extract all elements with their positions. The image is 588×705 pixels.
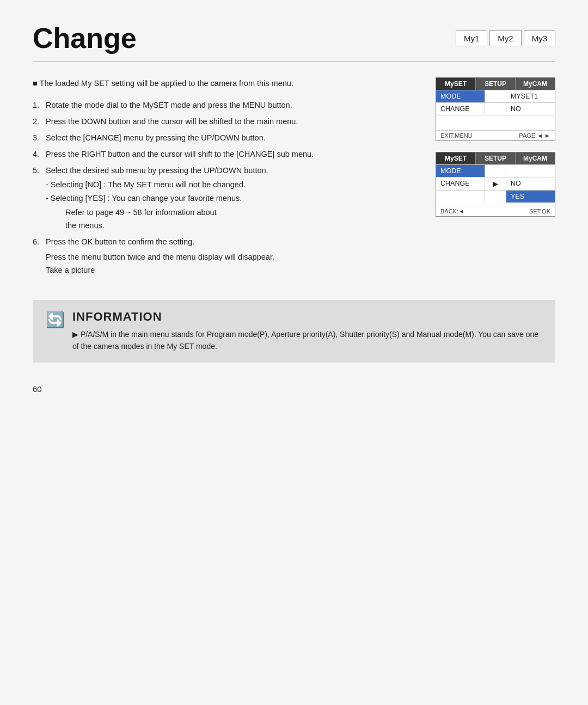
panel2-empty-label bbox=[436, 191, 485, 203]
panel1-mode-label: MODE bbox=[436, 90, 485, 102]
step-5-text: Select the desired sub menu by pressing … bbox=[46, 164, 268, 177]
panel2-row-3: YES bbox=[436, 190, 555, 203]
info-content: INFORMATION P/A/S/M in the main menu sta… bbox=[72, 310, 542, 353]
panel2-change-label: CHANGE bbox=[436, 177, 485, 190]
panel2-footer: BACK:◄ SET:OK bbox=[436, 206, 555, 216]
info-text: P/A/S/M in the main menu stands for Prog… bbox=[72, 328, 542, 353]
step-4-number: 4. bbox=[33, 148, 42, 161]
step-5-note-2: the menus. bbox=[65, 221, 105, 230]
step-6-extra: Press the menu button twice and the menu… bbox=[33, 251, 414, 277]
page-header: Change My1My2My3 bbox=[33, 22, 555, 62]
panel2-mode-arrow bbox=[485, 165, 506, 177]
step-6-text: Press the OK button to confirm the setti… bbox=[46, 236, 194, 249]
step-1: 1. Rotate the mode dial to the MySET mod… bbox=[33, 99, 414, 112]
panel2-empty-arrow bbox=[485, 191, 506, 203]
panel2-change-no: NO bbox=[506, 177, 555, 190]
step-6: 6. Press the OK button to confirm the se… bbox=[33, 236, 414, 277]
step-1-number: 1. bbox=[33, 99, 42, 112]
menu-panel-1-header: MySET SETUP MyCAM bbox=[436, 78, 555, 90]
step-5: 5. Select the desired sub menu by pressi… bbox=[33, 164, 414, 233]
panel2-mode-label: MODE bbox=[436, 165, 485, 177]
panel2-header-myset: MySET bbox=[436, 152, 476, 164]
step-5-sublist: - Selecting [NO] : The My SET menu will … bbox=[33, 179, 414, 206]
step-6-number: 6. bbox=[33, 236, 42, 249]
panel1-footer-left: EXIT:MENU bbox=[440, 132, 473, 139]
panel2-footer-right: SET:OK bbox=[529, 208, 550, 214]
step-4: 4. Press the RIGHT button and the cursor… bbox=[33, 148, 414, 161]
step-3-number: 3. bbox=[33, 132, 42, 145]
info-paragraph: P/A/S/M in the main menu stands for Prog… bbox=[72, 328, 542, 353]
intro-line: ■ The loaded My SET setting will be appl… bbox=[33, 77, 414, 90]
content-area: ■ The loaded My SET setting will be appl… bbox=[33, 77, 555, 280]
step-5-note-1: Refer to page 49 ~ 58 for information ab… bbox=[65, 208, 217, 217]
tab-my3[interactable]: My3 bbox=[524, 30, 555, 46]
panel1-header-myset: MySET bbox=[436, 78, 476, 90]
panel2-header-setup: SETUP bbox=[476, 152, 516, 164]
step-5-sub-2: - Selecting [YES] : You can change your … bbox=[46, 192, 414, 205]
info-title: INFORMATION bbox=[72, 310, 542, 324]
panel1-mode-value: MYSET1 bbox=[506, 90, 555, 102]
panel2-footer-left: BACK:◄ bbox=[440, 208, 464, 214]
step-3-text: Select the [CHANGE] menu by pressing the… bbox=[46, 132, 266, 145]
panel1-change-label: CHANGE bbox=[436, 103, 485, 115]
panel1-spacer-2 bbox=[436, 122, 555, 130]
page-number: 60 bbox=[33, 384, 555, 394]
info-box: 🔄 INFORMATION P/A/S/M in the main menu s… bbox=[33, 300, 555, 363]
panel2-header-mycam: MyCAM bbox=[516, 152, 555, 164]
panel1-footer-right: PAGE:◄ ► bbox=[519, 132, 550, 139]
page-title: Change bbox=[33, 22, 137, 54]
panel1-change-arrow bbox=[485, 103, 506, 115]
menu-panel-1: MySET SETUP MyCAM MODE MYSET1 CHANGE NO … bbox=[436, 77, 555, 141]
step-1-text: Rotate the mode dial to the MySET mode a… bbox=[46, 99, 292, 112]
panel2-yes-value: YES bbox=[506, 191, 555, 203]
main-text: ■ The loaded My SET setting will be appl… bbox=[33, 77, 414, 280]
panel1-header-setup: SETUP bbox=[476, 78, 516, 90]
steps-list: 1. Rotate the mode dial to the MySET mod… bbox=[33, 99, 414, 277]
panel1-row-2: CHANGE NO bbox=[436, 102, 555, 115]
info-icon: 🔄 bbox=[46, 311, 65, 329]
step-3: 3. Select the [CHANGE] menu by pressing … bbox=[33, 132, 414, 145]
step-6-extra-1: Press the menu button twice and the menu… bbox=[46, 251, 414, 264]
panel2-change-arrow: ▶ bbox=[485, 177, 506, 190]
tab-my2[interactable]: My2 bbox=[489, 30, 521, 46]
panel1-row-1: MODE MYSET1 bbox=[436, 90, 555, 102]
tab-group: My1My2My3 bbox=[456, 30, 555, 46]
panel2-row-2: CHANGE ▶ NO bbox=[436, 177, 555, 190]
menu-panel-2: MySET SETUP MyCAM MODE CHANGE ▶ NO YES bbox=[436, 152, 555, 217]
step-2-text: Press the DOWN button and the cursor wil… bbox=[46, 115, 298, 128]
side-panels: MySET SETUP MyCAM MODE MYSET1 CHANGE NO … bbox=[436, 77, 555, 280]
panel2-row-1: MODE bbox=[436, 164, 555, 177]
step-6-extra-2: Take a picture bbox=[46, 264, 414, 277]
panel1-header-mycam: MyCAM bbox=[516, 78, 555, 90]
step-5-number: 5. bbox=[33, 164, 42, 177]
panel2-mode-value bbox=[506, 165, 555, 177]
step-5-note: Refer to page 49 ~ 58 for information ab… bbox=[33, 206, 414, 232]
step-2: 2. Press the DOWN button and the cursor … bbox=[33, 115, 414, 128]
panel1-mode-arrow bbox=[485, 90, 506, 102]
step-4-text: Press the RIGHT button and the cursor wi… bbox=[46, 148, 314, 161]
panel1-footer: EXIT:MENU PAGE:◄ ► bbox=[436, 130, 555, 140]
panel1-change-value: NO bbox=[506, 103, 555, 115]
step-2-number: 2. bbox=[33, 115, 42, 128]
panel1-spacer-1 bbox=[436, 115, 555, 122]
tab-my1[interactable]: My1 bbox=[456, 30, 487, 46]
step-5-sub-1: - Selecting [NO] : The My SET menu will … bbox=[46, 179, 414, 192]
menu-panel-2-header: MySET SETUP MyCAM bbox=[436, 152, 555, 164]
